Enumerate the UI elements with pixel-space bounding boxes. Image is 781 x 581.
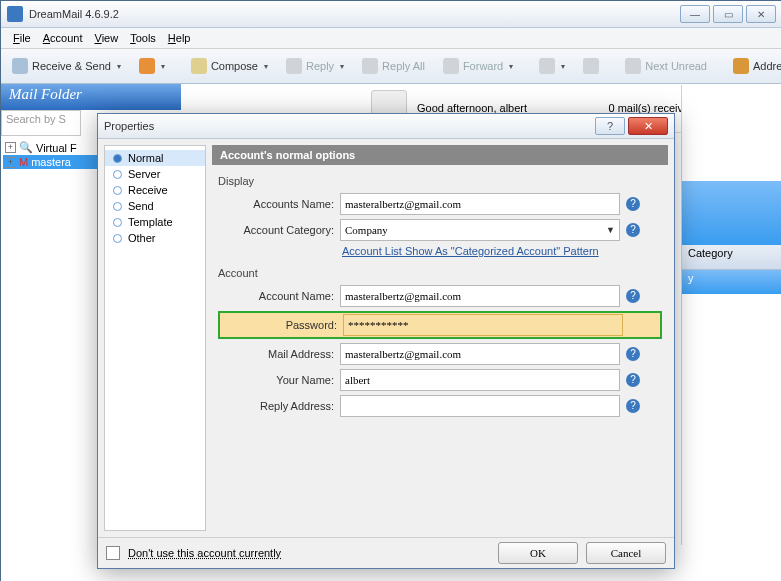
account-category-select[interactable]: Company▼ bbox=[340, 219, 620, 241]
search-input[interactable]: Search by S bbox=[1, 110, 81, 136]
menu-view[interactable]: View bbox=[89, 30, 125, 46]
minimize-button[interactable]: — bbox=[680, 5, 710, 23]
next-unread-label: Next Unread bbox=[645, 60, 707, 72]
forward-button[interactable]: Forward▾ bbox=[436, 54, 520, 78]
nav-normal[interactable]: Normal bbox=[105, 150, 205, 166]
dialog-titlebar: Properties ? ✕ bbox=[98, 114, 674, 139]
reply-button[interactable]: Reply▾ bbox=[279, 54, 351, 78]
sync-button[interactable]: ▾ bbox=[132, 54, 172, 78]
menu-file[interactable]: File bbox=[7, 30, 37, 46]
nav-server[interactable]: Server bbox=[105, 166, 205, 182]
forward-label: Forward bbox=[463, 60, 503, 72]
cancel-button[interactable]: Cancel bbox=[586, 542, 666, 564]
dialog-close-button[interactable]: ✕ bbox=[628, 117, 668, 135]
chevron-down-icon: ▾ bbox=[264, 62, 268, 71]
address-button[interactable]: Address bbox=[726, 54, 781, 78]
field-accounts-name: Accounts Name: ? bbox=[218, 193, 662, 215]
field-your-name: Your Name: ? bbox=[218, 369, 662, 391]
receive-send-label: Receive & Send bbox=[32, 60, 111, 72]
delete-button[interactable]: ▾ bbox=[532, 54, 572, 78]
chevron-down-icon: ▾ bbox=[117, 62, 121, 71]
print-button[interactable] bbox=[576, 54, 606, 78]
chevron-down-icon: ▼ bbox=[606, 225, 615, 235]
mail-folder-header: Mail Folder bbox=[1, 84, 181, 110]
expand-icon[interactable]: + bbox=[5, 142, 16, 153]
address-icon bbox=[733, 58, 749, 74]
right-pane: Category y bbox=[681, 85, 781, 545]
compose-label: Compose bbox=[211, 60, 258, 72]
menubar: File Account View Tools Help bbox=[1, 28, 781, 49]
menu-help[interactable]: Help bbox=[162, 30, 197, 46]
password-input[interactable] bbox=[343, 314, 623, 336]
dialog-nav: Normal Server Receive Send Template Othe… bbox=[104, 145, 206, 531]
dont-use-checkbox[interactable] bbox=[106, 546, 120, 560]
category-header[interactable]: Category bbox=[682, 245, 781, 270]
maximize-button[interactable]: ▭ bbox=[713, 5, 743, 23]
account-name-input[interactable] bbox=[340, 285, 620, 307]
close-button[interactable]: ✕ bbox=[746, 5, 776, 23]
toolbar: Receive & Send▾ ▾ Compose▾ Reply▾ Reply … bbox=[1, 49, 781, 84]
dont-use-label[interactable]: Don't use this account currently bbox=[128, 547, 281, 559]
help-icon[interactable]: ? bbox=[626, 399, 640, 413]
help-icon[interactable]: ? bbox=[626, 223, 640, 237]
field-mail-address: Mail Address: ? bbox=[218, 343, 662, 365]
tree-label: mastera bbox=[31, 156, 71, 168]
dialog-help-button[interactable]: ? bbox=[595, 117, 625, 135]
main-window: DreamMail 4.6.9.2 — ▭ ✕ File Account Vie… bbox=[0, 0, 781, 581]
account-name-label: Account Name: bbox=[218, 290, 340, 302]
receive-send-button[interactable]: Receive & Send▾ bbox=[5, 54, 128, 78]
dialog-header: Account's normal options bbox=[212, 145, 668, 165]
help-icon[interactable]: ? bbox=[626, 197, 640, 211]
print-icon bbox=[583, 58, 599, 74]
tree-label: Virtual F bbox=[36, 142, 77, 154]
field-reply-address: Reply Address: ? bbox=[218, 395, 662, 417]
chevron-down-icon: ▾ bbox=[161, 62, 165, 71]
dialog-main: Account's normal options Display Account… bbox=[212, 145, 668, 531]
help-icon[interactable]: ? bbox=[626, 373, 640, 387]
titlebar: DreamMail 4.6.9.2 — ▭ ✕ bbox=[1, 1, 781, 28]
reply-all-label: Reply All bbox=[382, 60, 425, 72]
gmail-icon: M bbox=[19, 156, 28, 168]
reply-label: Reply bbox=[306, 60, 334, 72]
next-unread-icon bbox=[625, 58, 641, 74]
dialog-footer: Don't use this account currently OK Canc… bbox=[98, 537, 674, 568]
address-label: Address bbox=[753, 60, 781, 72]
category-row[interactable]: y bbox=[682, 270, 781, 294]
reply-address-input[interactable] bbox=[340, 395, 620, 417]
group-account: Account bbox=[218, 267, 662, 279]
your-name-input[interactable] bbox=[340, 369, 620, 391]
compose-icon bbox=[191, 58, 207, 74]
field-account-name: Account Name: ? bbox=[218, 285, 662, 307]
nav-send[interactable]: Send bbox=[105, 198, 205, 214]
group-display: Display bbox=[218, 175, 662, 187]
reply-address-label: Reply Address: bbox=[218, 400, 340, 412]
next-unread-button[interactable]: Next Unread bbox=[618, 54, 714, 78]
your-name-label: Your Name: bbox=[218, 374, 340, 386]
nav-template[interactable]: Template bbox=[105, 214, 205, 230]
window-title: DreamMail 4.6.9.2 bbox=[29, 8, 680, 20]
field-account-category: Account Category: Company▼ ? bbox=[218, 219, 662, 241]
receive-send-icon bbox=[12, 58, 28, 74]
folder-icon: 🔍 bbox=[19, 141, 33, 154]
categorized-link[interactable]: Account List Show As "Categorized Accoun… bbox=[342, 245, 662, 257]
field-password: Password: bbox=[218, 311, 662, 339]
accounts-name-input[interactable] bbox=[340, 193, 620, 215]
reply-all-button[interactable]: Reply All bbox=[355, 54, 432, 78]
app-icon bbox=[7, 6, 23, 22]
help-icon[interactable]: ? bbox=[626, 289, 640, 303]
compose-button[interactable]: Compose▾ bbox=[184, 54, 275, 78]
ok-button[interactable]: OK bbox=[498, 542, 578, 564]
forward-icon bbox=[443, 58, 459, 74]
help-icon[interactable]: ? bbox=[626, 347, 640, 361]
nav-receive[interactable]: Receive bbox=[105, 182, 205, 198]
menu-tools[interactable]: Tools bbox=[124, 30, 162, 46]
reply-icon bbox=[286, 58, 302, 74]
nav-other[interactable]: Other bbox=[105, 230, 205, 246]
accounts-name-label: Accounts Name: bbox=[218, 198, 340, 210]
mail-address-input[interactable] bbox=[340, 343, 620, 365]
delete-icon bbox=[539, 58, 555, 74]
expand-icon[interactable]: + bbox=[5, 157, 16, 168]
menu-account[interactable]: Account bbox=[37, 30, 89, 46]
dialog-title: Properties bbox=[104, 120, 592, 132]
reply-all-icon bbox=[362, 58, 378, 74]
